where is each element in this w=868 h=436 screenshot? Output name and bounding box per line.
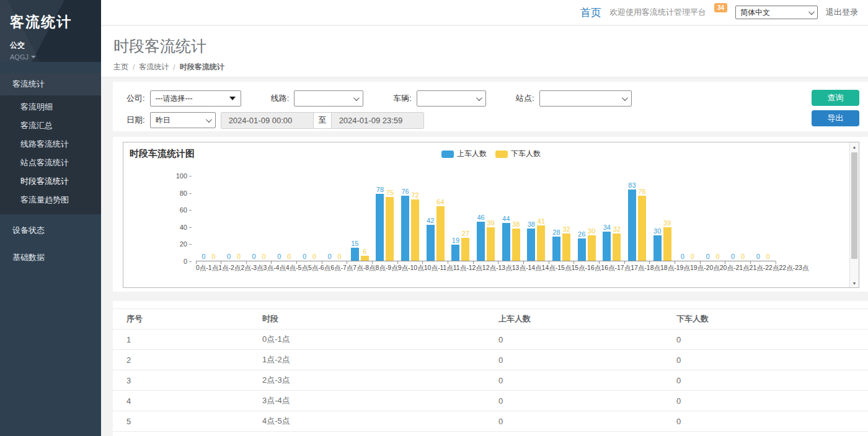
logo-block: 客流统计 公交 AQGJ: [0, 0, 101, 62]
logout-link[interactable]: 退出登录: [826, 7, 858, 18]
bar-group: 00: [196, 176, 221, 261]
table-row: 43点-4点00: [113, 391, 868, 411]
scroll-up-icon[interactable]: ▲: [850, 142, 859, 151]
table-cell: 2点-3点: [257, 370, 494, 391]
breadcrumb: 主页 / 客流统计 / 时段客流统计: [113, 62, 868, 72]
y-tick-label: 60: [168, 206, 192, 214]
sidebar-item-客流汇总[interactable]: 客流汇总: [0, 116, 101, 135]
bar-value-label: 0: [731, 253, 735, 260]
date-from-input[interactable]: 2024-01-09 00:00: [221, 113, 313, 128]
sidebar-item-客流量趋势图[interactable]: 客流量趋势图: [0, 191, 101, 209]
bar: [502, 223, 510, 261]
table-cell: 1点-2点: [257, 350, 494, 370]
bar-value-label: 0: [691, 253, 694, 260]
bar-group: 4438: [498, 176, 524, 261]
scroll-down-icon[interactable]: ▼: [850, 279, 859, 287]
line-select[interactable]: [294, 90, 363, 107]
date-preset-select[interactable]: 昨日: [150, 112, 216, 128]
sidebar-section-设备状态[interactable]: 设备状态: [0, 219, 101, 242]
chevron-down-icon: [476, 95, 482, 101]
x-axis-label: 5点-6点: [308, 264, 330, 272]
breadcrumb-section[interactable]: 客流统计: [139, 62, 169, 72]
vehicle-select[interactable]: [417, 90, 486, 107]
notification-badge: 34: [714, 3, 727, 12]
bar-value-label: 0: [252, 253, 256, 260]
x-axis-label: 22点-23点: [779, 264, 808, 272]
date-to-input[interactable]: 2024-01-09 23:59: [332, 113, 423, 128]
sidebar-item-客流明细[interactable]: 客流明细: [0, 98, 101, 116]
x-axis-label: 18点-19点: [660, 264, 690, 272]
breadcrumb-home[interactable]: 主页: [113, 62, 128, 72]
table-cell: 3: [113, 370, 257, 391]
sidebar-section-基础数据[interactable]: 基础数据: [0, 246, 101, 269]
query-button[interactable]: 查询: [812, 90, 859, 106]
date-preset-value: 昨日: [156, 115, 170, 126]
bar-value-label: 0: [277, 253, 281, 260]
chart-scrollbar[interactable]: ▲ ▼: [849, 142, 859, 287]
org-code-dropdown[interactable]: AQGJ: [10, 53, 101, 61]
x-axis-label: 12点-13点: [482, 264, 512, 272]
table-row: 54点-5点00: [113, 411, 868, 432]
bar-value-label: 39: [487, 219, 494, 227]
bar-value-label: 26: [578, 230, 585, 238]
bar-value-label: 30: [588, 227, 595, 235]
bar-value-label: 76: [638, 188, 645, 195]
welcome-text: 欢迎使用客流统计管理平台: [609, 7, 706, 18]
chart-title: 时段车流统计图: [130, 148, 195, 160]
date-range-group: 2024-01-09 00:00 至 2024-01-09 23:59: [221, 112, 424, 129]
bar-value-label: 27: [462, 230, 469, 237]
bar-value-label: 0: [211, 253, 215, 260]
table-cell: 0: [671, 432, 868, 436]
table-cell: 4: [113, 391, 257, 411]
bar-value-label: 34: [603, 224, 611, 231]
sidebar-section-客流统计[interactable]: 客流统计: [0, 73, 101, 95]
column-header: 时段: [257, 309, 494, 329]
x-axis-label: 20点-21点: [720, 264, 750, 272]
vehicle-label: 车辆:: [393, 93, 412, 104]
bar-group: 00: [272, 176, 297, 261]
legend-item-boarding[interactable]: 上车人数: [441, 149, 487, 159]
bar-value-label: 64: [436, 198, 444, 206]
bar-value-label: 83: [628, 181, 636, 189]
bar-group: 1927: [448, 176, 474, 261]
table-cell: 0: [671, 370, 868, 391]
company-select[interactable]: ---请选择---: [150, 90, 241, 107]
bar-value-label: 19: [452, 237, 459, 244]
table-cell: 0: [671, 329, 868, 350]
company-label: 公司:: [126, 93, 145, 104]
bar-group: 7875: [373, 176, 398, 261]
bar: [461, 238, 469, 261]
bar-group: 00: [322, 176, 347, 261]
scroll-thumb[interactable]: [851, 152, 857, 259]
bar-group: 7672: [397, 176, 423, 261]
y-tick-label: 40: [168, 224, 192, 231]
bar-value-label: 32: [613, 225, 621, 233]
table-cell: 3点-4点: [257, 391, 494, 411]
table-cell: 0: [671, 350, 868, 370]
bar-value-label: 42: [427, 217, 434, 224]
table-row: 65点-6点00: [113, 432, 868, 436]
legend-item-alighting[interactable]: 下车人数: [495, 149, 541, 159]
chart-box: 时段车流统计图 上车人数 下车人数 020406080100 000000000…: [123, 142, 859, 288]
bar: [603, 232, 611, 261]
sidebar-item-站点客流统计[interactable]: 站点客流统计: [0, 154, 101, 172]
bar-value-label: 38: [528, 220, 535, 228]
data-table: 序号时段上车人数下车人数 10点-1点0021点-2点0032点-3点0043点…: [113, 308, 868, 436]
triangle-down-icon: [229, 97, 236, 100]
home-link[interactable]: 首页: [580, 6, 601, 20]
bar-group: 00: [221, 176, 247, 261]
bar-group: 00: [246, 176, 272, 261]
x-axis-label: 19点-20点: [690, 264, 720, 272]
bar: [411, 199, 419, 261]
table-cell: 0: [494, 350, 671, 370]
bar-value-label: 0: [706, 253, 709, 260]
bar: [361, 256, 369, 261]
bar-value-label: 38: [512, 220, 520, 228]
station-select[interactable]: [539, 90, 632, 107]
export-button[interactable]: 导出: [812, 110, 859, 126]
bar-value-label: 41: [538, 217, 545, 225]
x-axis-label: 0点-1点: [196, 264, 218, 272]
sidebar-item-时段客流统计[interactable]: 时段客流统计: [0, 172, 101, 191]
sidebar-item-线路客流统计[interactable]: 线路客流统计: [0, 135, 101, 154]
language-select[interactable]: 简体中文: [735, 6, 818, 19]
